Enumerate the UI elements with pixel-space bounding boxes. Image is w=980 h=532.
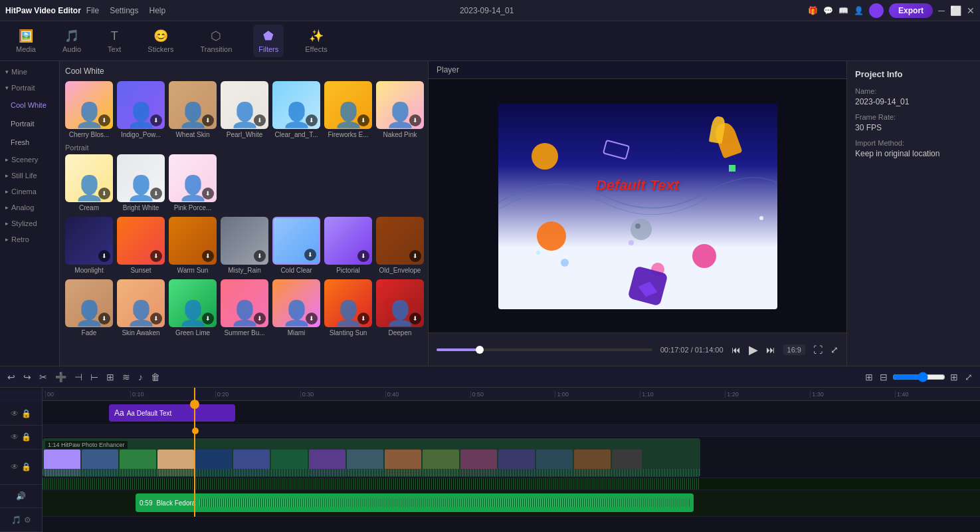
audio-button[interactable]: ♪: [136, 370, 145, 384]
cat-group-scenery[interactable]: Scenery: [0, 152, 59, 168]
filter-bright-white[interactable]: ⬇ Bright White: [117, 154, 165, 211]
crop-button[interactable]: ⊞: [104, 370, 116, 384]
filter-fade[interactable]: ⬇ Fade: [65, 279, 113, 336]
download-icon-cream[interactable]: ⬇: [98, 188, 110, 200]
user-icon[interactable]: 👤: [854, 6, 864, 15]
filter-cream[interactable]: ⬇ Cream: [65, 154, 113, 211]
timeline-main[interactable]: 00 0:10 0:20 0:30 0:40 0:50 1:00 1:10 1:…: [43, 388, 980, 532]
expand-button[interactable]: ⤢: [831, 344, 838, 355]
download-icon-summer-bu[interactable]: ⬇: [254, 313, 266, 325]
download-icon-cherry[interactable]: ⬇: [98, 114, 110, 126]
filter-naked-pink[interactable]: ⬇ Naked Pink: [376, 81, 424, 138]
cat-group-portrait[interactable]: Portrait: [0, 80, 59, 96]
cat-group-still-life[interactable]: Still Life: [0, 168, 59, 184]
volume-icon[interactable]: 🔊: [16, 491, 26, 501]
filter-pearl-white[interactable]: ⬇ Pearl_White: [221, 81, 268, 138]
filter-old-envelope[interactable]: ⬇ Old_Envelope: [376, 217, 424, 274]
filter-miami[interactable]: ⬇ Miami: [272, 279, 320, 336]
filter-pictorial[interactable]: ⬇ Pictorial: [324, 217, 372, 274]
tab-stickers[interactable]: 😊 Stickers: [142, 25, 179, 57]
video-clip[interactable]: 1:14 HitPaw Photo Enhancer: [43, 438, 700, 477]
download-icon-slanting[interactable]: ⬇: [357, 313, 369, 325]
track-eye-icon-2[interactable]: 👁: [11, 432, 19, 442]
filter-pink-porcelain[interactable]: ⬇ Pink Porce...: [169, 154, 217, 211]
redo-button[interactable]: ↪: [21, 370, 33, 384]
zoom-slider[interactable]: [892, 372, 945, 382]
cat-group-cinema[interactable]: Cinema: [0, 184, 59, 200]
play-button[interactable]: ▶: [749, 342, 758, 357]
prev-frame-button[interactable]: ⏮: [732, 344, 741, 355]
menu-settings[interactable]: Settings: [110, 6, 138, 15]
progress-bar[interactable]: [437, 348, 652, 351]
download-icon-pearl[interactable]: ⬇: [254, 114, 266, 126]
split-button[interactable]: ⊣: [72, 370, 84, 384]
delete-button[interactable]: 🗑: [149, 370, 162, 384]
next-frame-button[interactable]: ⏭: [766, 344, 775, 355]
filter-skin-awaken[interactable]: ⬇ Skin Awaken: [117, 279, 165, 336]
download-icon-green-lime[interactable]: ⬇: [202, 313, 214, 325]
download-icon-misty[interactable]: ⬇: [254, 250, 266, 262]
tab-transition[interactable]: ⬡ Transition: [195, 25, 237, 57]
fullscreen-button[interactable]: ⛶: [813, 344, 823, 355]
menu-file[interactable]: File: [86, 6, 99, 15]
cat-portrait-sub[interactable]: Portrait: [0, 114, 59, 133]
chat-icon[interactable]: 💬: [823, 6, 833, 15]
trim-button[interactable]: ⊢: [88, 370, 100, 384]
download-icon-pictorial[interactable]: ⬇: [357, 250, 369, 262]
filter-warm-sun[interactable]: ⬇ Warm Sun: [169, 217, 217, 274]
download-icon-indigo[interactable]: ⬇: [150, 114, 162, 126]
tab-text[interactable]: T Text: [102, 25, 126, 57]
filter-green-lime[interactable]: ⬇ Green Lime: [169, 279, 217, 336]
download-icon-naked[interactable]: ⬇: [409, 114, 421, 126]
filter-wheat-skin[interactable]: ⬇ Wheat Skin: [169, 81, 217, 138]
filter-cherry-blossom[interactable]: ⬇ Cherry Blos...: [65, 81, 113, 138]
minimize-button[interactable]: ─: [938, 5, 945, 16]
cat-group-stylized[interactable]: Stylized: [0, 215, 59, 231]
undo-button[interactable]: ↩: [5, 370, 17, 384]
download-icon-pink-porce[interactable]: ⬇: [202, 188, 214, 200]
filter-indigo-power[interactable]: ⬇ Indigo_Pow...: [117, 81, 165, 138]
tab-media[interactable]: 🖼️ Media: [11, 25, 41, 57]
download-icon-clear[interactable]: ⬇: [306, 114, 318, 126]
cat-group-retro[interactable]: Retro: [0, 231, 59, 247]
zoom-out-button[interactable]: ⊟: [878, 370, 890, 384]
cat-group-mine[interactable]: Mine: [0, 64, 59, 80]
filter-cold-clear[interactable]: ⬇ Cold Clear: [272, 217, 320, 274]
gift-icon[interactable]: 🎁: [808, 6, 818, 15]
text-clip[interactable]: Aa Aa Default Text: [109, 404, 235, 422]
filter-sunset[interactable]: ⬇ Sunset: [117, 217, 165, 274]
cat-fresh[interactable]: Fresh: [0, 133, 59, 152]
download-icon-fireworks[interactable]: ⬇: [357, 114, 369, 126]
export-button[interactable]: Export: [889, 3, 933, 18]
filter-deepen[interactable]: ⬇ Deepen: [376, 279, 424, 336]
track-lock-icon-video[interactable]: 🔒: [21, 462, 31, 471]
zoom-fit-button[interactable]: ⊞: [863, 370, 875, 384]
audio-bg-clip[interactable]: 0:59 Black Fedora: [136, 493, 694, 512]
filter-clear-and-t[interactable]: ⬇ Clear_and_T...: [272, 81, 320, 138]
track-lock-icon-2[interactable]: 🔒: [21, 432, 31, 442]
download-icon-fade[interactable]: ⬇: [98, 313, 110, 325]
track-lock-icon-1[interactable]: 🔒: [21, 409, 31, 418]
add-track-button[interactable]: ➕: [53, 370, 68, 384]
tab-filters[interactable]: ⬟ Filters: [253, 25, 284, 57]
download-icon-skin-awaken[interactable]: ⬇: [150, 313, 162, 325]
cat-group-analog[interactable]: Analog: [0, 200, 59, 215]
download-icon-moonlight[interactable]: ⬇: [98, 250, 110, 262]
restore-button[interactable]: ⬜: [950, 5, 961, 16]
filter-fireworks[interactable]: ⬇ Fireworks E...: [324, 81, 372, 138]
zoom-in-button[interactable]: ⊞: [948, 370, 960, 384]
settings-icon[interactable]: ⚙: [24, 515, 31, 525]
tab-effects[interactable]: ✨ Effects: [300, 25, 332, 57]
download-icon-miami[interactable]: ⬇: [306, 313, 318, 325]
download-icon-bright[interactable]: ⬇: [150, 188, 162, 200]
download-icon-deepen[interactable]: ⬇: [409, 313, 421, 325]
close-button[interactable]: ✕: [967, 5, 975, 16]
menu-help[interactable]: Help: [149, 6, 166, 15]
tab-audio[interactable]: 🎵 Audio: [57, 25, 86, 57]
filter-moonlight[interactable]: ⬇ Moonlight: [65, 217, 113, 274]
download-icon-sunset[interactable]: ⬇: [150, 250, 162, 262]
download-icon-warm-sun[interactable]: ⬇: [202, 250, 214, 262]
track-eye-icon-1[interactable]: 👁: [11, 409, 19, 418]
cat-cool-white[interactable]: Cool White: [0, 96, 59, 114]
book-icon[interactable]: 📖: [838, 6, 848, 15]
